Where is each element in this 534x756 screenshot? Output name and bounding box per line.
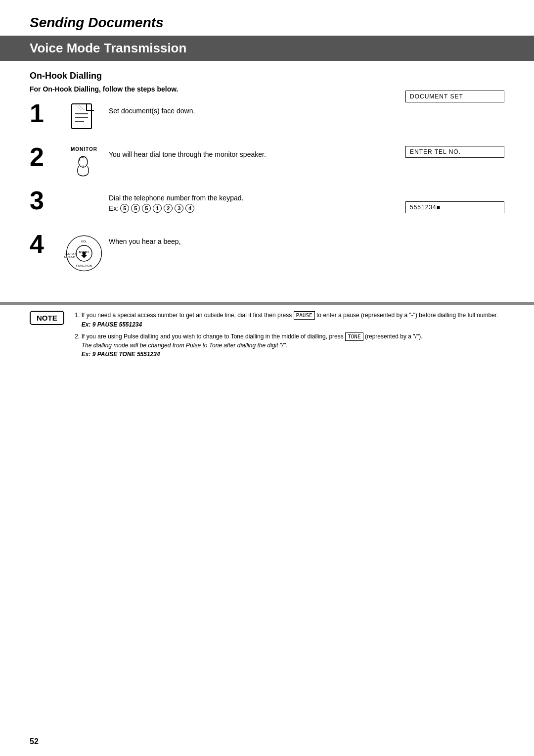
note-content: If you need a special access number to g…	[74, 311, 498, 362]
right-column: DOCUMENT SET ENTER TEL NO. 5551234■	[405, 71, 504, 282]
svg-text:SEARCH: SEARCH	[64, 255, 75, 258]
tone-key: TONE	[345, 332, 363, 341]
ex-line: Ex: 5 5 5 1 2 3 4	[109, 204, 386, 213]
svg-text:VOL: VOL	[81, 239, 88, 243]
circled-1: 1	[153, 204, 162, 213]
monitor-icon: MONITOR	[64, 146, 104, 179]
step-3-number: 3	[30, 188, 64, 213]
svg-line-5	[79, 105, 84, 110]
step-1-content: Set document(s) face down.	[109, 103, 386, 117]
note-item-2: If you are using Pulse dialling and you …	[82, 332, 498, 359]
section-banner: Voice Mode Transmission	[0, 36, 534, 61]
step-2-number: 2	[30, 144, 64, 170]
chapter-title: Sending Documents	[0, 0, 534, 36]
step-2-content: You will hear dial tone through the moni…	[109, 146, 386, 160]
start-button-icon: VOL FUNCTION DIRECTORY SEARCH START	[64, 234, 104, 273]
instruction-lead: For On-Hook Dialling, follow the steps b…	[30, 85, 386, 93]
note-item-1-example: Ex: 9 PAUSE 5551234	[82, 321, 142, 328]
svg-line-4	[77, 105, 82, 110]
circled-2: 2	[164, 204, 173, 213]
step-4-content: When you hear a beep,	[109, 234, 386, 247]
monitor-label: MONITOR	[71, 146, 97, 152]
lcd-display-3: 5551234■	[405, 201, 504, 213]
note-item-2-italic: The dialling mode will be changed from P…	[82, 342, 287, 349]
step-4-row: 4 VOL FUNCTION DIRECTORY	[30, 234, 386, 273]
step-3-description: Dial the telephone number from the keypa…	[109, 194, 386, 202]
circled-3: 3	[175, 204, 183, 213]
step-1-description: Set document(s) face down.	[109, 107, 386, 115]
svg-text:DIRECTORY: DIRECTORY	[64, 252, 78, 255]
ex-label: Ex:	[109, 204, 119, 212]
step-3-content: Dial the telephone number from the keypa…	[109, 190, 386, 213]
subsection-title: On-Hook Dialling	[30, 71, 386, 81]
step-3-row: 3 Dial the telephone number from the key…	[30, 190, 386, 225]
page-number: 52	[30, 737, 39, 746]
circled-5a: 5	[120, 204, 129, 213]
note-area: NOTE If you need a special access number…	[0, 305, 534, 368]
note-item-2-example: Ex: 9 PAUSE TONE 5551234	[82, 351, 160, 358]
page-wrapper: Sending Documents Voice Mode Transmissio…	[0, 0, 534, 756]
svg-text:FUNCTION: FUNCTION	[76, 264, 92, 267]
step-2-row: 2 MONITOR	[30, 146, 386, 181]
note-item-2-text-before: If you are using Pulse dialling and you …	[82, 333, 345, 340]
step-1-number: 1	[30, 100, 64, 126]
step-4-number: 4	[30, 231, 64, 257]
circled-5b: 5	[131, 204, 140, 213]
steps-container: 1 Set doc	[30, 103, 386, 282]
lcd-display-2: ENTER TEL NO.	[405, 146, 504, 158]
step-2-description: You will hear dial tone through the moni…	[109, 150, 386, 158]
svg-text:START: START	[79, 250, 89, 253]
note-item-1-text-after: to enter a pause (represented by a "-") …	[315, 312, 498, 319]
note-label: NOTE	[30, 311, 64, 325]
content-area: On-Hook Dialling For On-Hook Dialling, f…	[0, 71, 534, 282]
note-item-1-text-before: If you need a special access number to g…	[82, 312, 294, 319]
pause-key: PAUSE	[294, 311, 315, 320]
note-item-2-text-after: (represented by a "/").	[363, 333, 423, 340]
circled-5c: 5	[142, 204, 151, 213]
step-4-description: When you hear a beep,	[109, 237, 386, 245]
circled-4: 4	[185, 204, 194, 213]
note-item-1: If you need a special access number to g…	[82, 311, 498, 329]
document-icon	[64, 103, 104, 138]
step-1-row: 1 Set doc	[30, 103, 386, 138]
left-column: On-Hook Dialling For On-Hook Dialling, f…	[30, 71, 405, 282]
lcd-display-1: DOCUMENT SET	[405, 91, 504, 102]
